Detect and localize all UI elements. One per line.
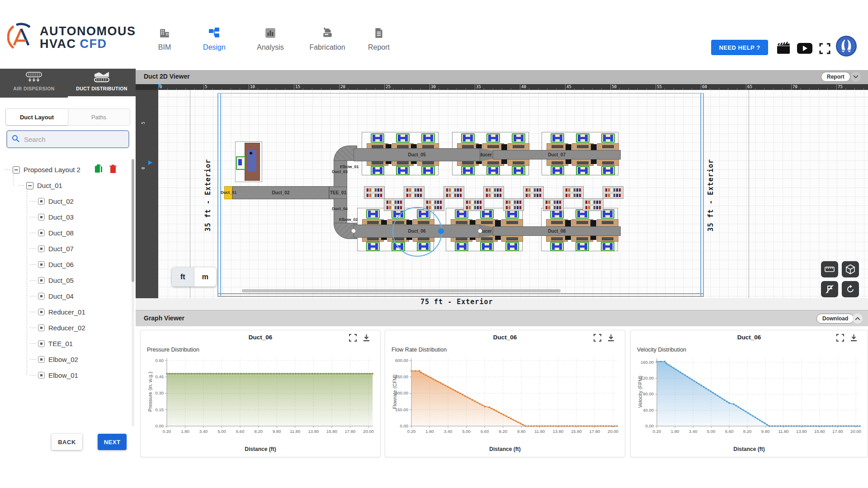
flag-off-icon[interactable] (821, 281, 838, 297)
duct-Duct_08[interactable]: Duct_08 (493, 226, 621, 236)
viewer-title: Duct 2D Viewer (144, 73, 190, 80)
subtab-paths[interactable]: Paths (68, 109, 130, 125)
shelf-unit (543, 198, 564, 211)
unit-m-button[interactable]: m (194, 267, 217, 286)
tree-expand-icon[interactable] (26, 182, 33, 189)
duct-endpoint-handle[interactable] (478, 229, 482, 233)
need-help-button[interactable]: NEED HELP ? (711, 40, 768, 55)
nav-item-analysis[interactable]: Analysis (247, 27, 294, 52)
ahu-unit[interactable] (235, 141, 262, 182)
tree-item-Elbow_02[interactable]: Elbow_02 (0, 352, 132, 367)
tree-item-Duct_04[interactable]: Duct_04 (0, 288, 132, 304)
tree-item-TEE_01[interactable]: TEE_01 (0, 336, 132, 352)
rotate-icon[interactable] (842, 281, 859, 297)
tree-item-Duct_08[interactable]: Duct_08 (0, 225, 132, 241)
fullscreen-icon[interactable] (819, 43, 830, 56)
copy-icon[interactable] (94, 164, 103, 175)
delete-icon[interactable] (109, 164, 117, 175)
svg-text:0.30: 0.30 (156, 390, 164, 395)
duct-label: Duct_08 (548, 229, 566, 234)
chart-download-icon[interactable] (850, 334, 858, 343)
svg-text:0.00: 0.00 (156, 423, 164, 428)
duct-Duct_07[interactable]: Duct_07 (493, 150, 621, 160)
tree-item-Duct_05[interactable]: Duct_05 (0, 272, 132, 288)
tree-item-label: Duct_02 (48, 197, 74, 205)
ruler-vertical: 50 (136, 90, 158, 298)
cube-3d-icon[interactable] (842, 261, 859, 277)
canvas-horizontal-scrollbar[interactable] (242, 289, 561, 292)
tree-item-label: Elbow_02 (48, 356, 78, 363)
tree-leaf-icon (38, 340, 45, 347)
nav-item-fabrication[interactable]: Fabrication (304, 27, 351, 52)
tree-item-label: Duct_05 (48, 277, 74, 284)
chart-fullscreen-icon[interactable] (349, 334, 357, 343)
tree-item-Reducer_02[interactable]: Reducer_02 (0, 320, 132, 336)
tree-item-Duct_03[interactable]: Duct_03 (0, 209, 132, 225)
duct-label-Elbow_01: Elbow_01 (340, 164, 359, 169)
svg-text:6.60: 6.60 (481, 429, 489, 434)
duct-Duct_05[interactable]: Duct_05 (354, 148, 480, 161)
tree-item-Duct_06[interactable]: Duct_06 (0, 257, 132, 272)
app-root: AUTONOMOUS HVACCFD BIMDesignAnalysisFabr… (0, 0, 868, 488)
nav-item-report[interactable]: Report (355, 27, 402, 52)
search-box (6, 130, 129, 148)
graph-viewer-bar: Graph Viewer Download (136, 310, 868, 326)
chart-fullscreen-icon[interactable] (594, 334, 601, 343)
sidebar-scrollbar-thumb[interactable] (132, 159, 134, 282)
ruler-icon[interactable] (821, 261, 838, 277)
unit-ft-button[interactable]: ft (172, 267, 194, 286)
duct-TEE_01[interactable]: TEE_01 (329, 186, 347, 199)
svg-text:13.80: 13.80 (796, 429, 807, 434)
search-input[interactable] (23, 135, 120, 144)
selected-point[interactable] (438, 228, 444, 234)
graph-collapse-button[interactable] (853, 314, 863, 324)
svg-text:3.40: 3.40 (199, 429, 208, 434)
tree-leaf-icon (38, 214, 45, 221)
tree-item-Proposed-Layout-2[interactable]: Proposed Layout 2 (0, 162, 132, 178)
tree-leaf-icon (38, 324, 45, 331)
avatar[interactable] (835, 35, 857, 59)
clapperboard-icon[interactable] (776, 42, 791, 56)
tree-item-Duct_07[interactable]: Duct_07 (0, 241, 132, 257)
wall-top (217, 93, 704, 94)
nav-item-bim[interactable]: BIM (141, 27, 188, 52)
graph-card-flow-rate-distribution: Duct_06Flow Rate DistributionFlowrate (C… (385, 330, 625, 457)
graph-section: Duct_06Pressure DistributionPressure (in… (136, 326, 868, 488)
sidebar-scrollbar[interactable] (132, 159, 134, 427)
search-icon (12, 135, 19, 144)
tree-item-Duct_01[interactable]: Duct_01 (0, 178, 132, 193)
floorplan-canvas[interactable]: 051015202530354045505560657075 50 35 ft … (136, 84, 868, 310)
ruler-tick-label: 75 (838, 84, 843, 89)
chair (505, 242, 519, 251)
chart-x-axis-title: Distance (ft) (141, 446, 380, 452)
duct-endpoint-handle[interactable] (351, 229, 356, 233)
chart-download-icon[interactable] (607, 334, 615, 343)
sidebar-tab-air-dispersion[interactable]: AIR DISPERSION (0, 69, 68, 98)
next-button[interactable]: NEXT (98, 434, 127, 450)
chair (461, 166, 475, 175)
sidebar-tab-duct-distribution[interactable]: DUCT DISTRIBUTION (68, 69, 136, 98)
report-icon (373, 33, 385, 40)
duct-Duct_02[interactable]: Duct_02 (232, 186, 329, 199)
subtab-duct-layout[interactable]: Duct Layout (6, 109, 68, 125)
nav-item-design[interactable]: Design (191, 27, 238, 52)
back-button[interactable]: BACK (52, 434, 82, 450)
tree-item-Duct_02[interactable]: Duct_02 (0, 193, 132, 209)
tree-item-Reducer_01[interactable]: Reducer_01 (0, 304, 132, 320)
tree-expand-icon[interactable] (13, 166, 20, 174)
viewer-collapse-button[interactable] (851, 72, 861, 82)
duct-label: Duct_02 (272, 190, 290, 195)
ruler-tick-label: 50 (612, 84, 617, 89)
ruler-tick-label: 45 (566, 84, 571, 89)
ruler-tick-label: 65 (747, 84, 752, 89)
tree-item-Elbow_01[interactable]: Elbow_01 (0, 367, 132, 383)
brand: AUTONOMOUS HVACCFD (7, 22, 136, 53)
youtube-icon[interactable] (797, 42, 813, 56)
chair (551, 166, 564, 175)
chair (512, 166, 525, 175)
chart-download-icon[interactable] (363, 334, 370, 343)
chart-fullscreen-icon[interactable] (836, 334, 844, 343)
download-button[interactable]: Download (816, 314, 854, 324)
viewer-report-button[interactable]: Report (821, 72, 850, 82)
svg-text:9.80: 9.80 (761, 429, 770, 434)
